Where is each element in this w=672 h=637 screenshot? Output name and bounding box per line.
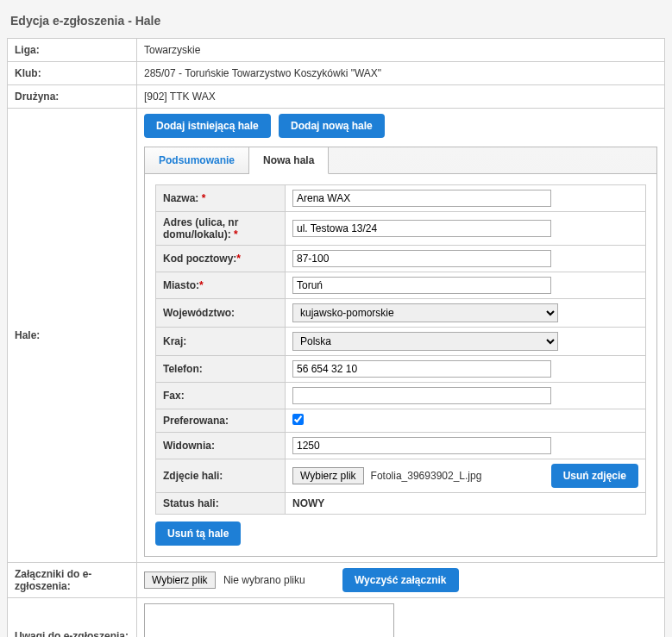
widownia-label: Widownia: [156, 433, 286, 459]
attachments-section: Wybierz plik Nie wybrano pliku Wyczyść z… [137, 563, 665, 598]
remarks-label: Uwagi do e-zgłoszenia: [8, 598, 137, 638]
add-new-hall-button[interactable]: Dodaj nową hale [279, 114, 385, 138]
klub-value: 285/07 - Toruńskie Towarzystwo Koszykówk… [137, 62, 665, 85]
hale-label: Hale: [8, 109, 137, 563]
add-existing-hall-button[interactable]: Dodaj istniejącą hale [144, 114, 271, 138]
zdjecie-label: Zdjęcie hali: [156, 459, 286, 493]
fax-input[interactable] [292, 387, 551, 404]
delete-photo-button[interactable]: Usuń zdjęcie [551, 464, 638, 488]
miasto-label: Miasto:* [156, 272, 286, 299]
remarks-section [137, 598, 665, 638]
tab-summary[interactable]: Podsumowanie [145, 147, 249, 173]
woj-select[interactable]: kujawsko-pomorskie [292, 303, 558, 322]
adres-input[interactable] [292, 220, 551, 237]
tab-body-new-hall: Nazwa: * Adres (ulica, nr domu/lokalu): … [145, 174, 656, 556]
page-title: Edycja e-zgłoszenia - Hale [7, 7, 665, 38]
attachment-choose-button[interactable]: Wybierz plik [144, 571, 216, 589]
status-label: Status hali: [156, 493, 286, 515]
nazwa-input[interactable] [292, 190, 551, 207]
hale-section: Dodaj istniejącą hale Dodaj nową hale Po… [137, 109, 665, 563]
druzyna-value: [902] TTK WAX [137, 85, 665, 109]
pref-checkbox[interactable] [292, 414, 304, 425]
delete-hall-button[interactable]: Usuń tą hale [155, 521, 241, 546]
woj-label: Województwo: [156, 299, 286, 328]
attachments-label: Załączniki do e-zgłoszenia: [8, 563, 137, 598]
kod-input[interactable] [292, 250, 551, 267]
miasto-input[interactable] [292, 277, 551, 294]
adres-label: Adres (ulica, nr domu/lokalu): * [156, 212, 286, 246]
main-form-table: Liga: Towarzyskie Klub: 285/07 - Toruńsk… [7, 38, 665, 637]
kod-label: Kod pocztowy:* [156, 246, 286, 272]
photo-choose-button[interactable]: Wybierz plik [292, 467, 364, 484]
druzyna-label: Drużyna: [8, 85, 137, 109]
widownia-input[interactable] [292, 437, 551, 454]
remarks-textarea[interactable] [144, 603, 394, 637]
clear-attachment-button[interactable]: Wyczyść załącznik [342, 568, 459, 592]
pref-label: Preferowana: [156, 409, 286, 433]
hall-tabs: Podsumowanie Nowa hala Nazwa: * Adres (u… [144, 147, 657, 557]
liga-label: Liga: [8, 39, 137, 62]
nazwa-label: Nazwa: * [156, 185, 286, 212]
tab-new-hall[interactable]: Nowa hala [249, 147, 329, 174]
kraj-label: Kraj: [156, 328, 286, 356]
telefon-label: Telefon: [156, 356, 286, 383]
kraj-select[interactable]: Polska [292, 332, 558, 351]
hall-form-table: Nazwa: * Adres (ulica, nr domu/lokalu): … [155, 184, 646, 515]
photo-filename: Fotolia_39693902_L.jpg [371, 470, 544, 482]
status-value: NOWY [292, 497, 324, 509]
attachment-no-file: Nie wybrano pliku [223, 574, 305, 586]
fax-label: Fax: [156, 383, 286, 409]
klub-label: Klub: [8, 62, 137, 85]
liga-value: Towarzyskie [137, 39, 665, 62]
telefon-input[interactable] [292, 360, 551, 378]
